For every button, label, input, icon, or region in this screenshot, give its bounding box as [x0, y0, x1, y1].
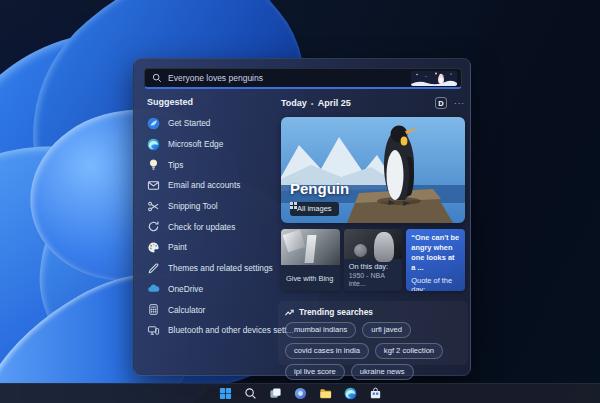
dot-separator: • — [311, 99, 314, 108]
taskbar — [0, 383, 600, 403]
themes-icon — [147, 262, 160, 275]
suggested-item-email-and-accounts[interactable]: Email and accounts — [147, 175, 279, 196]
taskbar-task-view-icon[interactable] — [269, 387, 282, 400]
profile-badge[interactable]: D — [435, 97, 447, 109]
trending-icon — [285, 308, 294, 317]
card-quote-of-the-day[interactable]: “One can't be angry when one looks at a … — [406, 229, 465, 291]
suggested-item-label: Tips — [168, 160, 183, 170]
all-images-button[interactable]: All images — [290, 202, 339, 216]
trending-chip-ukraine-news[interactable]: ukraine news — [351, 364, 414, 380]
today-date: April 25 — [318, 98, 351, 108]
card-give-with-bing[interactable]: Give with Bing — [281, 229, 340, 291]
taskbar-edge-icon[interactable] — [344, 387, 357, 400]
more-options-button[interactable]: ··· — [454, 99, 465, 108]
suggested-item-paint[interactable]: Paint — [147, 237, 279, 258]
onedrive-icon — [147, 282, 160, 295]
search-panel: Suggested Get StartedMicrosoft EdgeTipsE… — [133, 58, 471, 376]
trending-title: Trending searches — [299, 307, 373, 317]
on-this-day-image — [344, 229, 403, 259]
trending-section: Trending searches mumbai indiansurfi jav… — [278, 301, 468, 365]
suggested-item-onedrive[interactable]: OneDrive — [147, 279, 279, 300]
tips-icon — [147, 158, 160, 171]
suggested-item-label: Paint — [168, 242, 187, 252]
trending-chips: mumbai indiansurfi javedcovid cases in i… — [285, 322, 461, 380]
suggested-title: Suggested — [147, 97, 193, 107]
taskbar-store-icon[interactable] — [369, 387, 382, 400]
card-caption: Quote of the day: — [411, 276, 460, 291]
suggested-item-label: OneDrive — [168, 284, 203, 294]
suggested-item-get-started[interactable]: Get Started — [147, 113, 279, 134]
microsoft-edge-icon — [147, 138, 160, 151]
suggested-list: Get StartedMicrosoft EdgeTipsEmail and a… — [147, 113, 279, 341]
paint-icon — [147, 241, 160, 254]
hero-penguin-card[interactable]: Penguin All images — [281, 117, 465, 223]
suggested-item-bluetooth-and-other-devices-sett[interactable]: Bluetooth and other devices sett... — [147, 320, 279, 341]
images-grid-icon — [290, 202, 297, 209]
suggested-item-label: Calculator — [168, 305, 205, 315]
taskbar-start-icon[interactable] — [219, 387, 232, 400]
card-caption: Give with Bing — [286, 274, 335, 283]
suggested-item-label: Email and accounts — [168, 180, 240, 190]
card-caption: On this day: — [349, 262, 398, 271]
today-label: Today — [281, 98, 307, 108]
today-header: Today • April 25 D ··· — [281, 97, 465, 109]
bluetooth-devices-icon — [147, 324, 160, 337]
suggested-item-label: Bluetooth and other devices sett... — [168, 325, 293, 335]
suggested-item-tips[interactable]: Tips — [147, 154, 279, 175]
suggested-item-label: Snipping Tool — [168, 201, 218, 211]
snipping-tool-icon — [147, 200, 160, 213]
taskbar-file-explorer-icon[interactable] — [319, 387, 332, 400]
trending-chip-kgf-2-collection[interactable]: kgf 2 collection — [375, 343, 443, 359]
suggested-item-label: Get Started — [168, 118, 210, 128]
suggested-item-themes-and-related-settings[interactable]: Themes and related settings — [147, 258, 279, 279]
give-with-bing-image — [281, 229, 340, 265]
trending-title-row: Trending searches — [285, 307, 461, 317]
quote-text: “One can't be angry when one looks at a … — [406, 229, 465, 273]
trending-chip-urfi-javed[interactable]: urfi javed — [362, 322, 411, 338]
suggested-item-label: Microsoft Edge — [168, 139, 223, 149]
updates-icon — [147, 220, 160, 233]
suggested-item-calculator[interactable]: Calculator — [147, 299, 279, 320]
all-images-label: All images — [297, 204, 332, 213]
today-panel: Today • April 25 D ··· — [281, 59, 465, 377]
hero-title: Penguin — [290, 180, 349, 197]
suggested-item-check-for-updates[interactable]: Check for updates — [147, 216, 279, 237]
card-on-this-day[interactable]: On this day: 1950 - NBA inte... — [344, 229, 403, 291]
search-icon — [152, 73, 162, 83]
trending-chip-mumbai-indians[interactable]: mumbai indians — [285, 322, 356, 338]
get-started-icon — [147, 117, 160, 130]
taskbar-widgets-icon[interactable] — [294, 387, 307, 400]
taskbar-search-icon[interactable] — [244, 387, 257, 400]
suggested-item-label: Themes and related settings — [168, 263, 273, 273]
card-subcaption: 1950 - NBA inte... — [349, 272, 398, 290]
trending-chip-covid-cases-in-india[interactable]: covid cases in india — [285, 343, 369, 359]
email-icon — [147, 179, 160, 192]
suggested-item-snipping-tool[interactable]: Snipping Tool — [147, 196, 279, 217]
trending-chip-ipl-live-score[interactable]: ipl live score — [285, 364, 345, 380]
suggested-item-microsoft-edge[interactable]: Microsoft Edge — [147, 134, 279, 155]
card-row: Give with Bing On this day: 1950 - NBA i… — [281, 229, 465, 291]
suggested-item-label: Check for updates — [168, 222, 235, 232]
calculator-icon — [147, 303, 160, 316]
